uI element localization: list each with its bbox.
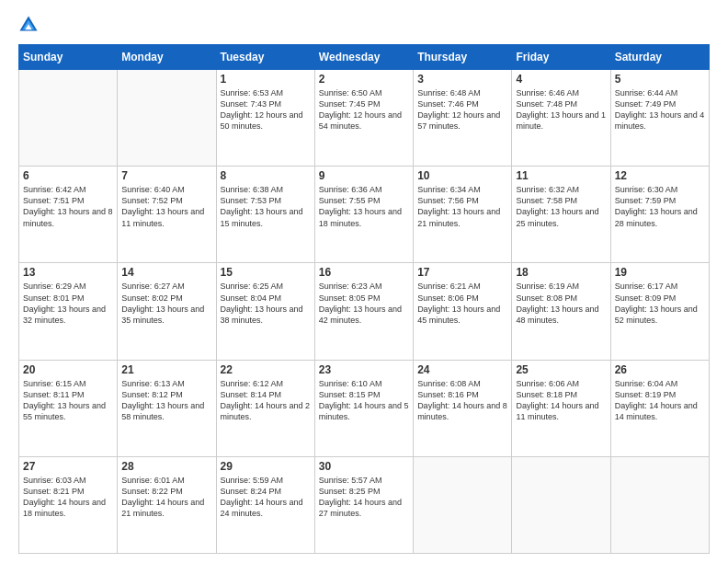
day-info: Sunrise: 6:50 AMSunset: 7:45 PMDaylight:… [319, 87, 409, 132]
logo [18, 15, 42, 35]
day-number: 9 [319, 169, 409, 182]
day-cell: 29Sunrise: 5:59 AMSunset: 8:24 PMDayligh… [216, 456, 314, 553]
day-info: Sunrise: 6:10 AMSunset: 8:15 PMDaylight:… [319, 378, 409, 423]
weekday-tuesday: Tuesday [216, 45, 314, 70]
day-info: Sunrise: 6:40 AMSunset: 7:52 PMDaylight:… [121, 184, 211, 229]
day-number: 12 [615, 169, 705, 182]
day-info: Sunrise: 6:25 AMSunset: 8:04 PMDaylight:… [221, 281, 311, 326]
day-cell: 30Sunrise: 5:57 AMSunset: 8:25 PMDayligh… [314, 456, 413, 553]
day-info: Sunrise: 5:57 AMSunset: 8:25 PMDaylight:… [319, 475, 409, 520]
day-cell: 6Sunrise: 6:42 AMSunset: 7:51 PMDaylight… [19, 167, 118, 263]
day-cell [610, 456, 709, 553]
weekday-wednesday: Wednesday [314, 45, 413, 70]
day-cell: 10Sunrise: 6:34 AMSunset: 7:56 PMDayligh… [414, 167, 512, 263]
day-cell: 4Sunrise: 6:46 AMSunset: 7:48 PMDaylight… [512, 70, 610, 167]
day-number: 10 [417, 169, 507, 182]
week-row-1: 6Sunrise: 6:42 AMSunset: 7:51 PMDaylight… [19, 167, 710, 263]
day-info: Sunrise: 6:21 AMSunset: 8:06 PMDaylight:… [417, 281, 507, 326]
day-cell: 11Sunrise: 6:32 AMSunset: 7:58 PMDayligh… [512, 167, 610, 263]
weekday-saturday: Saturday [610, 45, 709, 70]
weekday-friday: Friday [512, 45, 610, 70]
day-cell: 27Sunrise: 6:03 AMSunset: 8:21 PMDayligh… [19, 456, 118, 553]
day-info: Sunrise: 6:27 AMSunset: 8:02 PMDaylight:… [121, 281, 211, 326]
day-info: Sunrise: 6:44 AMSunset: 7:49 PMDaylight:… [615, 87, 705, 132]
day-number: 26 [615, 363, 705, 376]
day-info: Sunrise: 6:06 AMSunset: 8:18 PMDaylight:… [516, 378, 606, 423]
day-number: 23 [319, 363, 409, 376]
day-info: Sunrise: 6:19 AMSunset: 8:08 PMDaylight:… [516, 281, 606, 326]
day-cell: 20Sunrise: 6:15 AMSunset: 8:11 PMDayligh… [19, 360, 118, 456]
day-number: 8 [221, 169, 311, 182]
day-cell [19, 70, 118, 167]
day-cell: 24Sunrise: 6:08 AMSunset: 8:16 PMDayligh… [414, 360, 512, 456]
day-cell: 16Sunrise: 6:23 AMSunset: 8:05 PMDayligh… [314, 263, 413, 360]
day-info: Sunrise: 6:08 AMSunset: 8:16 PMDaylight:… [417, 378, 507, 423]
logo-icon [18, 15, 39, 35]
day-cell: 2Sunrise: 6:50 AMSunset: 7:45 PMDaylight… [314, 70, 413, 167]
day-number: 29 [221, 460, 311, 473]
weekday-monday: Monday [118, 45, 216, 70]
day-number: 24 [417, 363, 507, 376]
day-number: 25 [516, 363, 606, 376]
weekday-sunday: Sunday [19, 45, 118, 70]
day-cell: 28Sunrise: 6:01 AMSunset: 8:22 PMDayligh… [118, 456, 216, 553]
day-cell: 15Sunrise: 6:25 AMSunset: 8:04 PMDayligh… [216, 263, 314, 360]
week-row-2: 13Sunrise: 6:29 AMSunset: 8:01 PMDayligh… [19, 263, 710, 360]
day-info: Sunrise: 6:29 AMSunset: 8:01 PMDaylight:… [23, 281, 113, 326]
day-number: 16 [319, 266, 409, 279]
day-info: Sunrise: 6:23 AMSunset: 8:05 PMDaylight:… [319, 281, 409, 326]
day-info: Sunrise: 6:04 AMSunset: 8:19 PMDaylight:… [615, 378, 705, 423]
calendar-table: SundayMondayTuesdayWednesdayThursdayFrid… [18, 44, 710, 554]
day-cell: 17Sunrise: 6:21 AMSunset: 8:06 PMDayligh… [414, 263, 512, 360]
day-number: 14 [121, 266, 211, 279]
day-cell [118, 70, 216, 167]
week-row-0: 1Sunrise: 6:53 AMSunset: 7:43 PMDaylight… [19, 70, 710, 167]
day-info: Sunrise: 6:01 AMSunset: 8:22 PMDaylight:… [121, 475, 211, 520]
day-number: 6 [23, 169, 113, 182]
weekday-header-row: SundayMondayTuesdayWednesdayThursdayFrid… [19, 45, 710, 70]
day-cell: 19Sunrise: 6:17 AMSunset: 8:09 PMDayligh… [610, 263, 709, 360]
day-info: Sunrise: 6:13 AMSunset: 8:12 PMDaylight:… [121, 378, 211, 423]
day-cell: 12Sunrise: 6:30 AMSunset: 7:59 PMDayligh… [610, 167, 709, 263]
day-info: Sunrise: 5:59 AMSunset: 8:24 PMDaylight:… [221, 475, 311, 520]
day-info: Sunrise: 6:17 AMSunset: 8:09 PMDaylight:… [615, 281, 705, 326]
day-number: 13 [23, 266, 113, 279]
day-number: 18 [516, 266, 606, 279]
day-cell [512, 456, 610, 553]
day-number: 28 [121, 460, 211, 473]
day-info: Sunrise: 6:32 AMSunset: 7:58 PMDaylight:… [516, 184, 606, 229]
weekday-thursday: Thursday [414, 45, 512, 70]
day-number: 19 [615, 266, 705, 279]
day-info: Sunrise: 6:48 AMSunset: 7:46 PMDaylight:… [417, 87, 507, 132]
day-cell: 22Sunrise: 6:12 AMSunset: 8:14 PMDayligh… [216, 360, 314, 456]
day-number: 15 [221, 266, 311, 279]
day-info: Sunrise: 6:53 AMSunset: 7:43 PMDaylight:… [221, 87, 311, 132]
day-info: Sunrise: 6:42 AMSunset: 7:51 PMDaylight:… [23, 184, 113, 229]
day-number: 7 [121, 169, 211, 182]
day-cell: 8Sunrise: 6:38 AMSunset: 7:53 PMDaylight… [216, 167, 314, 263]
day-number: 1 [221, 73, 311, 86]
day-cell: 26Sunrise: 6:04 AMSunset: 8:19 PMDayligh… [610, 360, 709, 456]
day-number: 27 [23, 460, 113, 473]
week-row-4: 27Sunrise: 6:03 AMSunset: 8:21 PMDayligh… [19, 456, 710, 553]
day-cell: 3Sunrise: 6:48 AMSunset: 7:46 PMDaylight… [414, 70, 512, 167]
day-cell: 18Sunrise: 6:19 AMSunset: 8:08 PMDayligh… [512, 263, 610, 360]
day-info: Sunrise: 6:38 AMSunset: 7:53 PMDaylight:… [221, 184, 311, 229]
day-number: 3 [417, 73, 507, 86]
day-number: 2 [319, 73, 409, 86]
day-cell: 5Sunrise: 6:44 AMSunset: 7:49 PMDaylight… [610, 70, 709, 167]
day-number: 4 [516, 73, 606, 86]
day-number: 21 [121, 363, 211, 376]
day-number: 11 [516, 169, 606, 182]
day-number: 22 [221, 363, 311, 376]
day-number: 17 [417, 266, 507, 279]
day-number: 30 [319, 460, 409, 473]
day-info: Sunrise: 6:15 AMSunset: 8:11 PMDaylight:… [23, 378, 113, 423]
day-cell: 9Sunrise: 6:36 AMSunset: 7:55 PMDaylight… [314, 167, 413, 263]
day-cell: 7Sunrise: 6:40 AMSunset: 7:52 PMDaylight… [118, 167, 216, 263]
day-info: Sunrise: 6:03 AMSunset: 8:21 PMDaylight:… [23, 475, 113, 520]
day-cell [414, 456, 512, 553]
day-cell: 13Sunrise: 6:29 AMSunset: 8:01 PMDayligh… [19, 263, 118, 360]
day-info: Sunrise: 6:46 AMSunset: 7:48 PMDaylight:… [516, 87, 606, 132]
day-info: Sunrise: 6:30 AMSunset: 7:59 PMDaylight:… [615, 184, 705, 229]
